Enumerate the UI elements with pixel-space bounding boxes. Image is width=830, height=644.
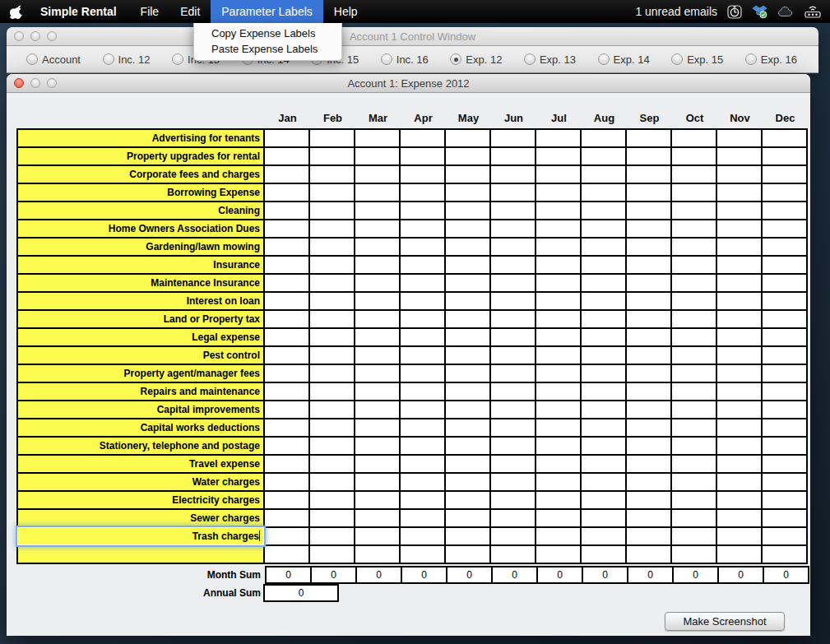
expense-cell[interactable] xyxy=(672,148,716,164)
expense-cell[interactable] xyxy=(401,383,444,400)
expense-cell[interactable] xyxy=(310,401,354,418)
expense-cell[interactable] xyxy=(763,456,806,472)
expense-cell[interactable] xyxy=(717,546,761,563)
expense-cell[interactable] xyxy=(717,401,761,418)
expense-cell[interactable] xyxy=(310,202,354,219)
expense-cell[interactable] xyxy=(491,438,535,454)
expense-cell[interactable] xyxy=(763,329,806,345)
expense-cell[interactable] xyxy=(717,510,761,526)
expense-cell[interactable] xyxy=(672,438,716,454)
expense-cell[interactable] xyxy=(491,257,535,273)
expense-cell[interactable] xyxy=(310,220,354,237)
expense-cell[interactable] xyxy=(627,257,670,273)
expense-cell[interactable] xyxy=(355,220,399,237)
radio-exp-15[interactable]: Exp. 15 xyxy=(671,53,723,66)
expense-cell[interactable] xyxy=(627,419,670,436)
expense-cell[interactable] xyxy=(401,401,444,418)
expense-cell[interactable] xyxy=(627,275,670,291)
expense-cell[interactable] xyxy=(491,293,535,309)
expense-cell[interactable] xyxy=(446,492,489,508)
expense-cell[interactable] xyxy=(536,438,580,454)
expense-cell[interactable] xyxy=(717,184,761,201)
expense-cell[interactable] xyxy=(446,329,489,345)
expense-cell[interactable] xyxy=(446,257,489,273)
expense-cell[interactable] xyxy=(310,275,354,291)
expense-cell[interactable] xyxy=(310,419,354,436)
expense-cell[interactable] xyxy=(265,438,308,454)
expense-cell[interactable] xyxy=(491,401,535,418)
expense-cell[interactable] xyxy=(265,365,308,382)
expense-cell[interactable] xyxy=(491,456,535,472)
radio-exp-16[interactable]: Exp. 16 xyxy=(745,53,797,66)
row-label-legal-expense[interactable]: Legal expense xyxy=(18,329,263,345)
row-label-corporate-fees-and-charges[interactable]: Corporate fees and charges xyxy=(18,166,263,183)
expense-cell[interactable] xyxy=(265,202,308,219)
expense-cell[interactable] xyxy=(627,202,670,219)
expense-cell[interactable] xyxy=(446,419,489,436)
expense-cell[interactable] xyxy=(265,220,308,237)
expense-cell[interactable] xyxy=(446,383,489,400)
expense-cell[interactable] xyxy=(717,347,761,364)
expense-cell[interactable] xyxy=(627,510,670,526)
row-label-insurance[interactable]: Insurance xyxy=(18,257,263,273)
expense-cell[interactable] xyxy=(717,130,761,146)
expense-cell[interactable] xyxy=(265,239,308,255)
expense-cell[interactable] xyxy=(446,130,489,146)
expense-cell[interactable] xyxy=(763,347,806,364)
expense-cell[interactable] xyxy=(355,528,399,544)
expense-cell[interactable] xyxy=(536,130,580,146)
expense-cell[interactable] xyxy=(491,329,535,345)
expense-cell[interactable] xyxy=(717,528,761,544)
expense-cell[interactable] xyxy=(355,401,399,418)
expense-cell[interactable] xyxy=(401,184,444,201)
expense-cell[interactable] xyxy=(265,184,308,201)
expense-cell[interactable] xyxy=(582,438,625,454)
expense-cell[interactable] xyxy=(355,365,399,382)
expense-cell[interactable] xyxy=(401,492,444,508)
row-label-land-or-property-tax[interactable]: Land or Property tax xyxy=(18,311,263,327)
radio-inc-12[interactable]: Inc. 12 xyxy=(103,53,151,66)
expense-cell[interactable] xyxy=(355,166,399,183)
expense-cell[interactable] xyxy=(627,401,670,418)
expense-cell[interactable] xyxy=(582,166,625,183)
expense-cell[interactable] xyxy=(536,510,580,526)
expense-cell[interactable] xyxy=(582,130,625,146)
expense-cell[interactable] xyxy=(672,474,716,490)
expense-cell[interactable] xyxy=(310,438,354,454)
expense-cell[interactable] xyxy=(446,401,489,418)
expense-cell[interactable] xyxy=(582,329,625,345)
expense-cell[interactable] xyxy=(717,148,761,164)
expense-cell[interactable] xyxy=(310,546,354,563)
expense-cell[interactable] xyxy=(717,239,761,255)
expense-cell[interactable] xyxy=(265,510,308,526)
expense-cell[interactable] xyxy=(310,257,354,273)
expense-cell[interactable] xyxy=(355,383,399,400)
menu-parameter-labels[interactable]: Parameter Labels xyxy=(211,0,323,23)
expense-cell[interactable] xyxy=(582,275,625,291)
expense-cell[interactable] xyxy=(763,275,806,291)
expense-window-titlebar[interactable]: Account 1: Expense 2012 xyxy=(7,74,810,93)
expense-cell[interactable] xyxy=(491,419,535,436)
expense-cell[interactable] xyxy=(763,220,806,237)
expense-cell[interactable] xyxy=(536,456,580,472)
expense-cell[interactable] xyxy=(717,419,761,436)
row-label-travel-expense[interactable]: Travel expense xyxy=(18,456,263,472)
expense-cell[interactable] xyxy=(763,365,806,382)
expense-cell[interactable] xyxy=(536,365,580,382)
expense-cell[interactable] xyxy=(763,239,806,255)
expense-cell[interactable] xyxy=(672,257,716,273)
expense-cell[interactable] xyxy=(627,492,670,508)
expense-cell[interactable] xyxy=(265,293,308,309)
expense-cell[interactable] xyxy=(265,474,308,490)
expense-cell[interactable] xyxy=(672,528,716,544)
row-label-property-agent-manager-fees[interactable]: Property agent/manager fees xyxy=(18,365,263,382)
expense-cell[interactable] xyxy=(491,474,535,490)
expense-cell[interactable] xyxy=(672,184,716,201)
expense-cell[interactable] xyxy=(627,184,670,201)
expense-cell[interactable] xyxy=(446,546,489,563)
expense-cell[interactable] xyxy=(355,510,399,526)
expense-cell[interactable] xyxy=(536,474,580,490)
expense-cell[interactable] xyxy=(717,438,761,454)
expense-cell[interactable] xyxy=(717,275,761,291)
expense-cell[interactable] xyxy=(265,492,308,508)
